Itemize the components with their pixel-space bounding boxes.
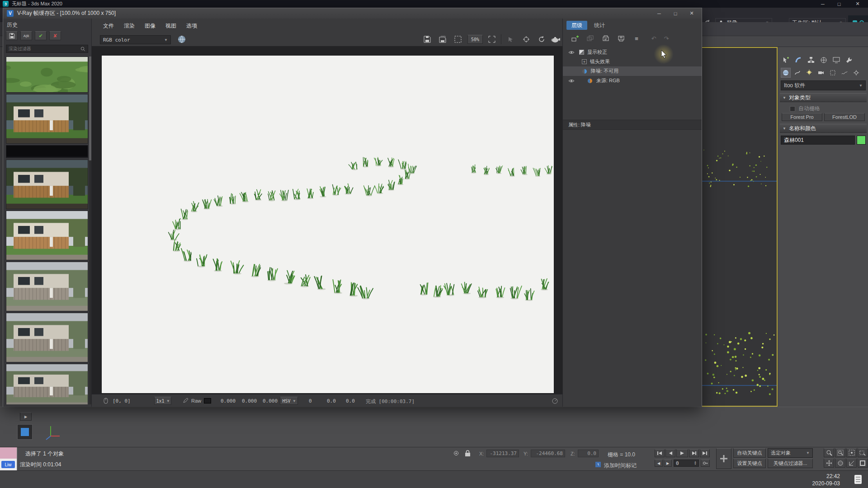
channel-dropdown[interactable]: RGB color ▼ [100, 35, 171, 44]
hierarchy-tab-icon[interactable] [806, 55, 816, 65]
menu-render[interactable]: 渲染 [119, 21, 140, 31]
pan-icon[interactable] [824, 459, 834, 468]
show-frame-icon[interactable] [486, 34, 498, 44]
y-coord-field[interactable]: -24460.68 [531, 450, 565, 457]
orbit-last-icon[interactable] [536, 34, 547, 44]
selection-lock-icon[interactable] [464, 449, 471, 457]
add-time-tag-text[interactable]: 添加时间标记 [604, 462, 637, 469]
zoom-region-icon[interactable] [858, 448, 868, 457]
scrollbar-thumb[interactable] [89, 56, 91, 160]
close-icon[interactable]: ✕ [684, 8, 700, 19]
modify-tab-icon[interactable] [793, 55, 803, 65]
key-prev-icon[interactable]: ◀ [655, 460, 663, 467]
go-to-end-icon[interactable] [700, 449, 710, 457]
tab-stats[interactable]: 统计 [589, 21, 610, 30]
duplicate-layer-icon[interactable] [585, 34, 596, 43]
history-remove-icon[interactable]: ✘ [49, 31, 61, 40]
key-filters-button[interactable]: 关键点过滤器... [768, 459, 813, 468]
layer-row-lens-effects[interactable]: + 镜头效果 [563, 57, 702, 66]
region-render-icon[interactable] [452, 34, 464, 44]
expander-plus-icon[interactable]: + [582, 59, 587, 64]
rollout-object-type[interactable]: ▼ 对象类型 [780, 93, 867, 102]
spacewarps-category-icon[interactable] [840, 68, 849, 78]
display-correction-globe-icon[interactable] [177, 34, 187, 44]
history-thumbnail[interactable] [6, 56, 88, 93]
zoom-all-icon[interactable] [835, 448, 845, 457]
menu-image[interactable]: 图像 [140, 21, 160, 31]
eye-icon[interactable] [568, 79, 575, 83]
save-all-channels-icon[interactable] [437, 34, 448, 44]
history-thumbnail[interactable] [6, 262, 88, 311]
history-save-icon[interactable] [6, 31, 18, 40]
display-tab-icon[interactable] [831, 55, 841, 65]
listener-pink-field[interactable] [0, 447, 17, 459]
maximize-viewport-icon[interactable] [858, 459, 868, 468]
track-mouse-icon[interactable] [520, 34, 532, 44]
create-tab-icon[interactable] [781, 55, 791, 65]
helpers-category-icon[interactable] [828, 68, 838, 78]
go-to-start-icon[interactable] [655, 449, 665, 457]
key-mode-toggle-icon[interactable] [701, 460, 710, 467]
selection-filter-dropdown[interactable]: 选定对象 ▼ [768, 448, 813, 458]
key-next-icon[interactable]: ▶ [664, 460, 672, 467]
zoom-icon[interactable] [824, 448, 834, 457]
x-coord-field[interactable]: -31213.37 [486, 450, 519, 457]
history-set-a-icon[interactable]: ✔ [35, 31, 47, 40]
history-thumbnail[interactable] [6, 211, 88, 260]
menu-view[interactable]: 视图 [160, 21, 181, 31]
shapes-category-icon[interactable] [793, 68, 802, 78]
autogrid-checkbox[interactable] [790, 106, 795, 112]
render-last-teapot-icon[interactable] [549, 34, 562, 44]
history-thumbnail[interactable] [6, 160, 88, 209]
vfb-titlebar[interactable]: V V-Ray 帧缓存区 - [100.0% of 1000 x 750] ─ … [3, 8, 702, 19]
hsv-dropdown[interactable]: HSV▼ [280, 397, 298, 405]
spinner-arrows-icon[interactable]: ▲▼ [694, 461, 697, 465]
resize-50-button[interactable]: 50% [467, 35, 483, 44]
load-preset-icon[interactable] [600, 34, 612, 43]
minimize-icon[interactable]: ─ [651, 8, 667, 19]
eye-icon[interactable] [568, 50, 575, 55]
active-viewport[interactable] [702, 47, 778, 407]
layer-list-icon[interactable]: ≡ [631, 34, 642, 43]
menu-options[interactable]: 选项 [181, 21, 202, 31]
render-image[interactable] [102, 56, 554, 393]
object-name-field[interactable]: 森林001 [781, 136, 855, 145]
next-frame-icon[interactable] [689, 449, 699, 457]
history-thumbnail[interactable] [6, 94, 88, 144]
listener-white-field[interactable]: Liw [0, 459, 17, 471]
history-search-box[interactable]: 渲染过滤器 [6, 45, 88, 53]
notification-tray-icon[interactable] [854, 475, 862, 484]
cameras-category-icon[interactable] [816, 68, 826, 78]
systems-category-icon[interactable] [851, 68, 861, 78]
forest-pro-button[interactable]: Forest Pro [782, 113, 822, 121]
layer-row-display-correction[interactable]: 显示校正 [563, 47, 702, 57]
forest-lod-button[interactable]: ForestLOD [824, 113, 865, 121]
z-coord-field[interactable]: 0.0 [578, 450, 599, 457]
geometry-category-icon[interactable] [781, 68, 791, 78]
set-key-button[interactable]: 设置关键点 [733, 459, 766, 468]
zoom-extents-icon[interactable] [846, 448, 857, 457]
menu-file[interactable]: 文件 [98, 21, 119, 31]
utilities-tab-icon[interactable] [844, 55, 854, 65]
save-image-icon[interactable] [421, 34, 433, 44]
tab-layers[interactable]: 层级 [566, 21, 587, 30]
isolate-selection-icon[interactable] [452, 450, 460, 457]
history-scrollbar[interactable] [89, 56, 91, 404]
stats-gauge-icon[interactable] [551, 397, 558, 404]
play-icon[interactable] [676, 449, 688, 457]
viewport-layout-button[interactable] [17, 424, 33, 440]
lights-category-icon[interactable] [804, 68, 814, 78]
auto-key-button[interactable]: 自动关键点 [733, 448, 766, 458]
history-compare-ab-icon[interactable]: A|B [20, 31, 32, 40]
layer-row-source[interactable]: 来源: RGB [563, 76, 702, 85]
object-color-swatch[interactable] [857, 136, 866, 145]
history-thumbnail[interactable] [6, 364, 88, 404]
history-thumbnail[interactable] [6, 145, 88, 158]
pick-pixel-icon[interactable] [505, 34, 517, 44]
mini-listener-open-icon[interactable]: ▶ [20, 413, 32, 421]
motion-tab-icon[interactable] [819, 55, 829, 65]
frame-number-spinner[interactable]: 0 ▲▼ [674, 460, 699, 467]
previous-frame-icon[interactable] [665, 449, 675, 457]
redo-icon[interactable]: ↷ [660, 34, 672, 43]
orbit-icon[interactable] [835, 459, 845, 468]
